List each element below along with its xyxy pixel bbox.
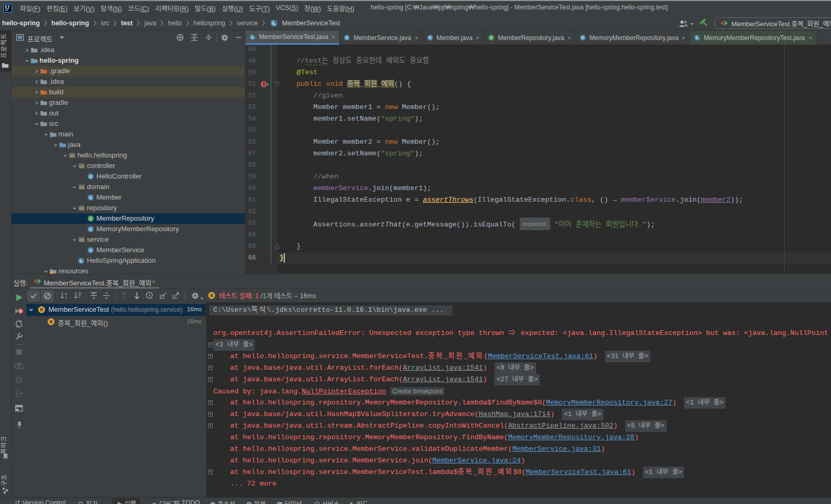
svg-text:a: a — [65, 292, 67, 295]
svg-text:C: C — [429, 35, 432, 40]
svg-text:C: C — [89, 248, 92, 253]
svg-text:C: C — [345, 35, 349, 40]
svg-text:I: I — [90, 216, 91, 221]
svg-text:C: C — [581, 35, 585, 40]
svg-text:I: I — [491, 35, 492, 40]
svg-text:9: 9 — [19, 309, 22, 314]
svg-text:z: z — [65, 295, 67, 299]
svg-text:C: C — [89, 195, 92, 200]
svg-text:C: C — [89, 227, 92, 232]
svg-text:C: C — [89, 174, 92, 179]
